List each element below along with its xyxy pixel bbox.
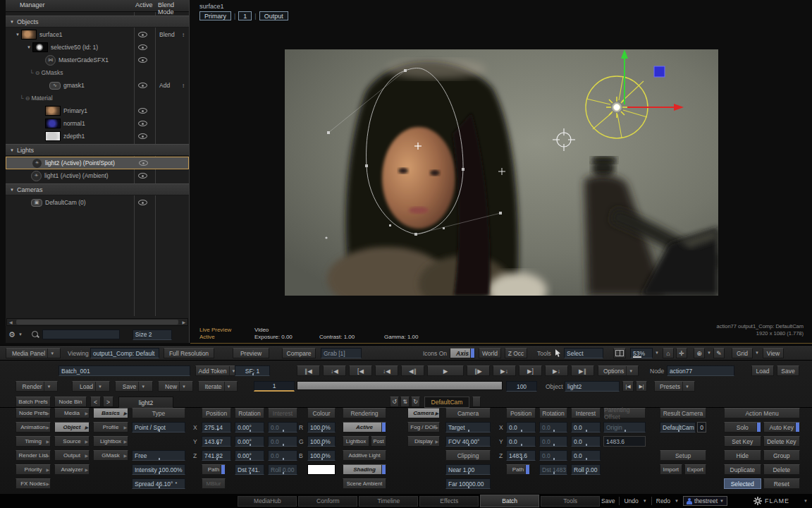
add-token-button[interactable]: Add Token▼ (195, 365, 239, 376)
eye-icon[interactable] (138, 200, 147, 205)
tree-item-normal1[interactable]: normal1 (6, 117, 189, 130)
eye-icon[interactable] (138, 57, 147, 63)
tree-item-primary1[interactable]: Primary1 (6, 104, 189, 117)
z-axis-handle[interactable] (654, 66, 665, 77)
duplicate-button[interactable]: Duplicate (724, 464, 761, 475)
manager-hscrollbar[interactable]: ◀ ▶ (6, 318, 188, 326)
save-action[interactable]: Save (601, 497, 615, 504)
load-button[interactable]: Load▼ (72, 381, 110, 392)
cam-int-x[interactable]: 0.0 (571, 422, 601, 433)
origin-value-field[interactable]: 1483.6 (603, 436, 646, 447)
light-roll-field[interactable]: Roll 0.00 (268, 464, 297, 475)
tab-batch[interactable]: Batch (480, 495, 539, 507)
next-cut-button[interactable]: ▶] (519, 365, 542, 376)
tab-timeline[interactable]: Timeline (359, 496, 418, 507)
tree-item-zdepth1[interactable]: zdepth1 (6, 130, 189, 143)
grid-dropdown-icon[interactable]: ▼ (755, 351, 759, 355)
tree-item-gmask1[interactable]: ∿ gmask1 Add ↕ (6, 79, 189, 92)
user-menu[interactable]: thestreet ▼ (683, 496, 727, 506)
delete-key-button[interactable]: Delete Key (763, 436, 801, 447)
light-int-z[interactable]: 0.0 (268, 450, 297, 461)
go-start-button[interactable]: ∥◀ (297, 365, 320, 376)
cam-pos-y[interactable]: 0.0 (506, 436, 536, 447)
stepper-icon[interactable]: ↕ (182, 32, 185, 38)
light-pos-y[interactable]: 143.67 (202, 436, 231, 447)
light-int-y[interactable]: 0.0 (268, 436, 297, 447)
colour-r-field[interactable]: 100.0% (307, 422, 336, 433)
batch-name-input[interactable] (59, 365, 190, 376)
cam-roll-field[interactable]: Roll 0.00 (571, 464, 601, 475)
world-button[interactable]: World (479, 348, 501, 358)
light-pos-z[interactable]: 741.82 (202, 450, 231, 461)
light-mode-field[interactable]: Free (132, 450, 185, 461)
active-toggle[interactable]: Active (343, 422, 386, 433)
split-view-button[interactable] (613, 348, 626, 358)
camera-target-field[interactable]: Target (445, 422, 491, 433)
spread-field[interactable]: Spread 46.10°* (132, 478, 185, 489)
nav-timing[interactable]: Timing▶ (16, 436, 51, 447)
size-field[interactable]: Size 2 (133, 329, 172, 340)
tool-select-field[interactable]: Select (564, 348, 603, 358)
stepper-icon[interactable]: ↕ (182, 83, 185, 89)
blend-mode-value[interactable]: Add (159, 82, 170, 89)
prev-cut-button[interactable]: [◀ (349, 365, 372, 376)
scroll-right-icon[interactable]: ▶ (180, 320, 187, 325)
camera-track-icon[interactable]: ↺ (390, 397, 399, 407)
render-button[interactable]: Render▼ (16, 381, 58, 392)
light-rot-x[interactable]: 0.00° (235, 422, 264, 433)
camera-fov-field[interactable]: FOV 40.00° (445, 436, 491, 447)
node-tab-light2[interactable]: light2 (118, 397, 173, 408)
new-button[interactable]: New▼ (158, 381, 193, 392)
tree-branch-gmasks[interactable]: └ ⊖ GMasks (6, 66, 189, 79)
start-frame-field[interactable]: SF: 1 (235, 365, 270, 376)
hide-button[interactable]: Hide (724, 450, 761, 461)
undo-dropdown-icon[interactable]: ▼ (643, 499, 647, 503)
camera-far-field[interactable]: Far 10000.00 (445, 478, 491, 489)
tree-item-mastergradesfx1[interactable]: ⋈ MasterGradeSFX1 (6, 54, 189, 66)
origin-field[interactable]: Origin (603, 422, 646, 433)
prev-object-button[interactable]: |◀ (622, 381, 634, 392)
eye-icon[interactable] (138, 173, 147, 179)
tree-item-surface1[interactable]: ▼ surface1 Blend ↕ (6, 28, 189, 41)
zocc-button[interactable]: Z Occ (505, 348, 527, 358)
object-name-input[interactable] (565, 381, 620, 392)
prev-tab-button[interactable]: < (90, 397, 101, 407)
media-panel-button[interactable]: Media Panel▼ (6, 348, 61, 358)
camera-nav-fog-dof[interactable]: Fog / DOF▶ (407, 422, 440, 433)
presets-button[interactable]: Presets▼ (654, 381, 695, 392)
node-name-input[interactable] (667, 365, 734, 376)
eye-icon[interactable] (139, 160, 148, 166)
tab-mediahub[interactable]: MediaHub (238, 496, 297, 507)
viewport-canvas[interactable] (285, 49, 718, 296)
nav-render-list[interactable]: Render List▶ (16, 450, 51, 461)
colour-g-field[interactable]: 100.0% (307, 436, 336, 447)
setup-button[interactable]: Setup (660, 450, 706, 461)
node-load-button[interactable]: Load (751, 365, 774, 376)
light-int-x[interactable]: 0.0 (268, 422, 297, 433)
redo-dropdown-icon[interactable]: ▼ (675, 499, 679, 503)
menu-analyzer[interactable]: Analyzer▶ (54, 464, 90, 475)
play-reverse-button[interactable]: ◀∥ (401, 365, 424, 376)
cam-int-y[interactable]: 0.0 (571, 436, 601, 447)
tree-item-light2[interactable]: ☀ light2 (Active) (Point/Spot) (6, 157, 189, 169)
node-bin-button[interactable]: Node Bin (54, 397, 87, 407)
camera-swap-icon[interactable]: ⇅ (400, 397, 410, 407)
nav-animation[interactable]: Animation▶ (16, 422, 51, 433)
camera-near-field[interactable]: Near 1.00 (445, 464, 491, 475)
submenu-gmask[interactable]: GMask▶ (93, 450, 128, 461)
tree-branch-material[interactable]: └ ⊖ Material (6, 92, 189, 104)
submenu-profile[interactable]: Profile▶ (93, 422, 128, 433)
prev-key-button[interactable]: ↓◀ (323, 365, 346, 376)
nav-fx-nodes[interactable]: FX Nodes▶ (16, 478, 51, 489)
end-frame-field[interactable]: 100 (506, 381, 537, 392)
lightbox-button[interactable]: Lightbox (343, 436, 369, 447)
go-end-button[interactable]: ▶∥ (571, 365, 594, 376)
delete-button[interactable]: Delete (763, 464, 801, 475)
eye-icon[interactable] (138, 32, 147, 37)
options-button[interactable]: Options▼ (598, 365, 639, 376)
zoom-dropdown-icon[interactable]: ▼ (655, 351, 659, 355)
menu-media[interactable]: Media▶ (54, 408, 90, 418)
mblur-button[interactable]: MBlur (202, 478, 226, 489)
viewing-value-field[interactable]: output1_Comp: Default (90, 348, 159, 358)
pivot-button[interactable]: ⊕ (694, 348, 705, 358)
